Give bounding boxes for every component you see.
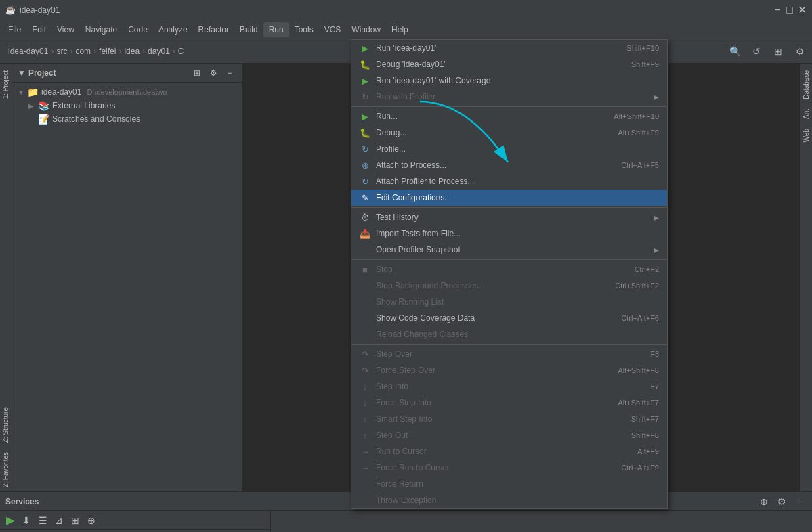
force-step-over-shortcut: Alt+Shift+F8: [618, 366, 659, 374]
smart-step-into-shortcut: Shift+F7: [631, 415, 659, 423]
attach-profiler-label: Attach Profiler to Process...: [376, 177, 474, 186]
stop-bg-icon: [360, 280, 370, 291]
throw-exception-icon: [360, 495, 370, 506]
menu-coverage-data[interactable]: Show Code Coverage Data Ctrl+Alt+F6: [351, 310, 667, 326]
menu-step-into[interactable]: ↓ Step Into F7: [351, 378, 667, 395]
test-history-arrow: ▶: [654, 214, 659, 221]
sep1: [351, 106, 667, 107]
menu-run-to-cursor[interactable]: → Run to Cursor Alt+F9: [351, 443, 667, 460]
smart-step-into-icon: ↓: [360, 414, 370, 424]
open-profiler-icon: [360, 244, 370, 255]
edit-config-icon: ✎: [360, 192, 370, 203]
debug-idea-label: Debug 'idea-day01': [376, 60, 446, 69]
attach-profiler-icon: ↻: [360, 176, 370, 187]
menu-throw-exception[interactable]: Throw Exception: [351, 492, 667, 508]
stop-bg-label: Stop Background Processes...: [376, 281, 485, 290]
menu-import-tests[interactable]: 📥 Import Tests from File...: [351, 225, 667, 242]
sep3: [351, 259, 667, 260]
test-history-icon: ⏱: [360, 212, 370, 223]
run-any-label: Run...: [376, 112, 398, 121]
step-over-shortcut: F8: [650, 350, 659, 358]
open-profiler-label: Open Profiler Snapshot: [376, 245, 461, 254]
run-cursor-label: Run to Cursor: [376, 447, 427, 456]
open-profiler-arrow: ▶: [654, 246, 659, 254]
stop-icon: ■: [360, 264, 370, 275]
force-step-into-label: Force Step Into: [376, 398, 431, 407]
run-idea-icon: ▶: [360, 43, 370, 53]
menu-attach-process[interactable]: ⊕ Attach to Process... Ctrl+Alt+F5: [351, 157, 667, 173]
stop-shortcut: Ctrl+F2: [635, 265, 659, 273]
menu-run-profiler[interactable]: ↻ Run with Profiler ▶: [351, 89, 667, 105]
smart-step-into-label: Smart Step Into: [376, 414, 432, 424]
attach-process-icon: ⊕: [360, 160, 370, 171]
force-step-over-icon: ↷: [360, 365, 370, 376]
profile-label: Profile...: [376, 144, 406, 154]
menu-show-running[interactable]: Show Running List: [351, 294, 667, 310]
debug-idea-icon: 🐛: [360, 59, 370, 70]
step-out-icon: ↑: [360, 430, 370, 441]
menu-debug-idea[interactable]: 🐛 Debug 'idea-day01' Shift+F9: [351, 56, 667, 72]
run-any-icon: ▶: [360, 111, 370, 122]
menu-run-any[interactable]: ▶ Run... Alt+Shift+F10: [351, 108, 667, 125]
debug-any-icon: 🐛: [360, 127, 370, 138]
run-idea-shortcut: Shift+F10: [627, 44, 659, 52]
force-run-cursor-shortcut: Ctrl+Alt+F9: [621, 464, 659, 472]
menu-force-run-cursor[interactable]: → Force Run to Cursor Ctrl+Alt+F9: [351, 460, 667, 476]
debug-idea-shortcut: Shift+F9: [631, 60, 659, 68]
run-any-shortcut: Alt+Shift+F10: [614, 112, 659, 120]
step-over-icon: ↷: [360, 349, 370, 359]
run-cursor-shortcut: Alt+F9: [637, 447, 659, 456]
menu-reload-classes[interactable]: Reload Changed Classes: [351, 326, 667, 342]
step-into-label: Step Into: [376, 382, 408, 391]
sep2: [351, 207, 667, 208]
attach-process-label: Attach to Process...: [376, 160, 446, 170]
reload-label: Reload Changed Classes: [376, 330, 468, 339]
menu-force-step-over[interactable]: ↷ Force Step Over Alt+Shift+F8: [351, 362, 667, 378]
run-coverage-icon: ▶: [360, 75, 370, 86]
dropdown-overlay[interactable]: ▶ Run 'idea-day01' Shift+F10 🐛 Debug 'id…: [0, 0, 812, 532]
menu-stop-bg[interactable]: Stop Background Processes... Ctrl+Shift+…: [351, 278, 667, 294]
menu-debug-any[interactable]: 🐛 Debug... Alt+Shift+F9: [351, 125, 667, 141]
sep4: [351, 344, 667, 345]
menu-force-step-into[interactable]: ↓ Force Step Into Alt+Shift+F7: [351, 395, 667, 411]
stop-bg-shortcut: Ctrl+Shift+F2: [615, 282, 659, 290]
run-profiler-icon: ↻: [360, 91, 370, 102]
menu-step-over[interactable]: ↷ Step Over F8: [351, 346, 667, 362]
step-over-label: Step Over: [376, 349, 412, 359]
force-step-into-shortcut: Alt+Shift+F7: [618, 399, 659, 407]
debug-any-label: Debug...: [376, 128, 406, 137]
step-out-label: Step Out: [376, 430, 408, 440]
show-running-icon: [360, 296, 370, 307]
force-return-label: Force Return: [376, 479, 423, 489]
menu-profile[interactable]: ↻ Profile...: [351, 141, 667, 157]
menu-run-idea[interactable]: ▶ Run 'idea-day01' Shift+F10: [351, 40, 667, 56]
menu-open-profiler[interactable]: Open Profiler Snapshot ▶: [351, 242, 667, 258]
force-return-icon: [360, 479, 370, 489]
menu-stop[interactable]: ■ Stop Ctrl+F2: [351, 261, 667, 278]
run-cursor-icon: →: [360, 446, 370, 457]
menu-smart-step-into[interactable]: ↓ Smart Step Into Shift+F7: [351, 411, 667, 427]
debug-any-shortcut: Alt+Shift+F9: [618, 129, 659, 137]
show-running-label: Show Running List: [376, 297, 444, 307]
throw-exception-label: Throw Exception: [376, 495, 436, 505]
run-profiler-label: Run with Profiler: [376, 92, 435, 102]
menu-step-out[interactable]: ↑ Step Out Shift+F8: [351, 427, 667, 443]
menu-test-history[interactable]: ⏱ Test History ▶: [351, 209, 667, 225]
import-tests-icon: 📥: [360, 228, 370, 239]
reload-icon: [360, 329, 370, 340]
run-idea-label: Run 'idea-day01': [376, 43, 436, 53]
coverage-data-label: Show Code Coverage Data: [376, 313, 475, 323]
stop-label: Stop: [376, 265, 393, 274]
force-step-over-label: Force Step Over: [376, 365, 435, 375]
run-dropdown-menu: ▶ Run 'idea-day01' Shift+F10 🐛 Debug 'id…: [351, 39, 668, 509]
step-into-icon: ↓: [360, 381, 370, 392]
menu-run-coverage[interactable]: ▶ Run 'idea-day01' with Coverage: [351, 72, 667, 89]
coverage-data-icon: [360, 313, 370, 324]
force-step-into-icon: ↓: [360, 397, 370, 408]
menu-attach-profiler[interactable]: ↻ Attach Profiler to Process...: [351, 173, 667, 190]
import-tests-label: Import Tests from File...: [376, 229, 461, 238]
run-coverage-label: Run 'idea-day01' with Coverage: [376, 76, 490, 85]
menu-force-return[interactable]: Force Return: [351, 476, 667, 492]
test-history-label: Test History: [376, 213, 419, 222]
menu-edit-config[interactable]: ✎ Edit Configurations...: [351, 190, 667, 206]
